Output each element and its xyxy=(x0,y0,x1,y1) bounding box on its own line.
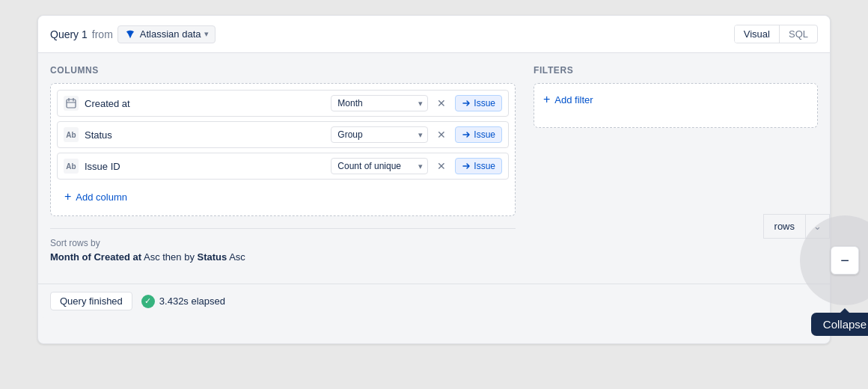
visual-view-button[interactable]: Visual xyxy=(735,25,780,43)
sort-direction1: Asc then by xyxy=(144,251,198,263)
add-column-button[interactable]: + Add column xyxy=(57,184,509,209)
add-filter-label: Add filter xyxy=(554,94,593,105)
status-transform-select[interactable]: Group Count Unique xyxy=(331,126,428,143)
sort-field1: Month of Created at xyxy=(50,251,141,263)
sort-rows-label: Sort rows by xyxy=(50,238,516,248)
status-relation-icon xyxy=(462,130,471,139)
status-type-icon: Ab xyxy=(64,127,79,142)
datasource-name: Atlassian data xyxy=(140,28,201,40)
datasource-chevron-icon: ▾ xyxy=(204,29,209,39)
success-icon: ✓ xyxy=(141,295,155,308)
column-row-issue-id: Ab Issue ID Count of unique Count Group … xyxy=(57,153,509,180)
relation-icon xyxy=(462,99,471,108)
from-text: from xyxy=(92,28,113,40)
elapsed-indicator: ✓ 3.432s elapsed xyxy=(141,295,225,308)
sort-direction2: Asc xyxy=(229,251,245,263)
filters-label: Filters xyxy=(534,65,818,76)
status-dropdown[interactable]: Group Count Unique xyxy=(337,129,421,140)
add-column-label: Add column xyxy=(76,192,127,203)
query-status-badge: Query finished xyxy=(50,292,132,310)
collapse-tooltip: Collapse xyxy=(811,313,868,336)
issue-id-remove-button[interactable]: ✕ xyxy=(434,159,449,174)
query-panel: Query 1 from Atlassian data ▾ Visual SQL… xyxy=(37,15,831,344)
column-row-created-at: Created at Month Day Week Year ✕ xyxy=(57,90,509,117)
sort-field2: Status xyxy=(198,251,227,263)
created-at-transform-select[interactable]: Month Day Week Year xyxy=(331,95,428,111)
issue-id-col-name: Issue ID xyxy=(85,161,325,172)
rows-text: rows xyxy=(763,214,805,239)
status-col-name: Status xyxy=(85,129,325,141)
created-at-col-name: Created at xyxy=(85,98,325,109)
add-filter-plus-icon: + xyxy=(543,93,550,106)
created-at-relation-badge[interactable]: Issue xyxy=(455,95,502,111)
issue-id-transform-select[interactable]: Count of unique Count Group xyxy=(331,158,428,174)
created-at-remove-button[interactable]: ✕ xyxy=(434,96,449,111)
top-bar: Query 1 from Atlassian data ▾ Visual SQL xyxy=(38,16,830,53)
atlassian-logo-icon xyxy=(124,28,136,40)
status-remove-button[interactable]: ✕ xyxy=(434,127,449,142)
datasource-button[interactable]: Atlassian data ▾ xyxy=(117,25,216,43)
collapse-overlay: − Collapse xyxy=(800,215,868,336)
created-at-type-icon xyxy=(64,96,79,111)
minus-icon: − xyxy=(840,252,849,269)
columns-label: Columns xyxy=(50,65,516,76)
content-area: Columns Created at xyxy=(38,53,830,284)
status-relation-badge[interactable]: Issue xyxy=(455,126,502,143)
view-toggle: Visual SQL xyxy=(734,25,818,43)
columns-container: Created at Month Day Week Year ✕ xyxy=(50,83,516,216)
add-column-plus-icon: + xyxy=(64,190,71,203)
issue-id-relation-icon xyxy=(462,162,471,171)
query-number: Query 1 xyxy=(50,28,88,40)
svg-rect-0 xyxy=(67,99,76,108)
status-bar: Query finished ✓ 3.432s elapsed xyxy=(38,284,830,318)
collapse-minus-button[interactable]: − xyxy=(831,246,859,275)
issue-id-type-icon: Ab xyxy=(64,159,79,174)
issue-id-relation-label: Issue xyxy=(474,161,495,171)
query-title-area: Query 1 from Atlassian data ▾ xyxy=(50,25,216,43)
add-filter-button[interactable]: + Add filter xyxy=(543,93,808,106)
created-at-dropdown[interactable]: Month Day Week Year xyxy=(337,98,421,108)
collapse-circle-area: − xyxy=(800,215,868,305)
created-at-relation-label: Issue xyxy=(474,98,495,108)
issue-id-relation-badge[interactable]: Issue xyxy=(455,158,502,174)
issue-id-dropdown[interactable]: Count of unique Count Group xyxy=(337,161,421,171)
right-section: Filters + Add filter xyxy=(534,65,818,272)
filter-container: + Add filter xyxy=(534,83,818,128)
left-section: Columns Created at xyxy=(50,65,516,272)
column-row-status: Ab Status Group Count Unique ✕ xyxy=(57,121,509,148)
sql-view-button[interactable]: SQL xyxy=(780,25,817,43)
elapsed-text: 3.432s elapsed xyxy=(159,295,225,307)
sort-section: Sort rows by Month of Created at Asc the… xyxy=(50,228,516,272)
sort-value: Month of Created at Asc then by Status A… xyxy=(50,251,516,263)
status-relation-label: Issue xyxy=(474,129,495,140)
